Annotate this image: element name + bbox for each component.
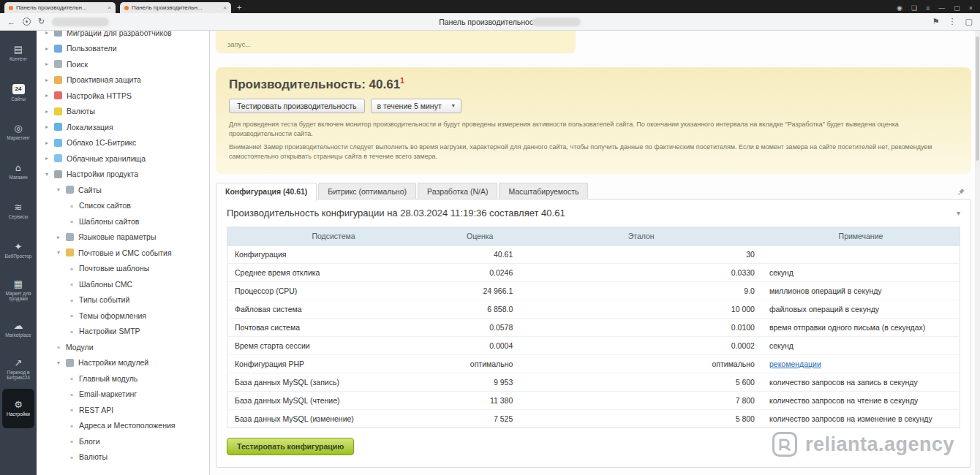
expand-icon[interactable]: ▸	[45, 61, 54, 67]
cell-note: количество запросов на запись в секунду	[762, 373, 960, 392]
tree-item[interactable]: ▸Облако 1С-Битрикс	[37, 135, 209, 151]
rail-item-label: Контент	[10, 56, 27, 61]
collapse-icon[interactable]: ▾	[57, 249, 66, 256]
address-pill-redacted[interactable]	[52, 18, 109, 26]
tree-item[interactable]: ▸Локализация	[37, 119, 209, 135]
cell-note: файловых операций в секунду	[762, 300, 960, 319]
tab-close-icon[interactable]: ×	[223, 4, 227, 11]
panel-icon[interactable]: ▢	[965, 17, 973, 26]
market-icon: ▦	[14, 279, 23, 289]
tree-item[interactable]: ▪Модули	[37, 339, 209, 355]
tree-item-label: Облачные хранилища	[67, 154, 146, 163]
expand-icon[interactable]: ▸	[45, 31, 54, 36]
tree-item[interactable]: ▸Пользователи	[37, 41, 209, 57]
browser-tab-2[interactable]: Панель производительн... ×	[120, 2, 231, 13]
tree-item[interactable]: ▪Типы событий	[37, 292, 209, 308]
menu-icon[interactable]: ≡	[926, 4, 930, 12]
expand-icon[interactable]: ▸	[45, 140, 54, 146]
tree-item-label: Email-маркетинг	[79, 390, 137, 398]
tree-item-label: Типы событий	[79, 295, 129, 304]
rail-item-marketplace[interactable]: ☁Marketplace	[2, 310, 34, 349]
tree-item[interactable]: ▪Настройки SMTP	[37, 324, 209, 340]
expand-icon[interactable]: ▸	[45, 123, 54, 130]
table-header: Примечание	[762, 227, 960, 246]
tree-item[interactable]: ▪Шаблоны сайтов	[37, 213, 209, 229]
tab-config[interactable]: Конфигурация (40.61)	[216, 183, 317, 201]
test-configuration-button[interactable]: Тестировать конфигурацию	[227, 438, 354, 455]
eye-icon[interactable]: ◉	[897, 4, 902, 12]
tree-item[interactable]: ▪Темы оформления	[37, 308, 209, 324]
folder-icon	[54, 91, 62, 99]
tree-item[interactable]: ▪Блоги	[37, 433, 209, 449]
collapse-icon[interactable]: ▾	[57, 360, 66, 366]
tree-item[interactable]: ▪REST API	[37, 402, 209, 418]
refresh-icon[interactable]: ↻	[38, 17, 45, 26]
tree-item[interactable]: ▸Валюты	[37, 104, 209, 120]
folder-icon	[54, 170, 62, 178]
cell-subsystem: База данных MySQL (изменение)	[227, 410, 440, 428]
rail-item-settings[interactable]: ⚙Настройки	[2, 389, 34, 428]
recommendations-link[interactable]: рекомендации	[769, 360, 821, 368]
interval-select[interactable]: в течение 5 минут ▾	[371, 99, 461, 113]
tree-item-label: Настройки SMTP	[79, 327, 140, 335]
collapse-icon[interactable]: ▾	[45, 171, 54, 178]
cell-note: секунд	[762, 264, 960, 282]
rail-item-marketing[interactable]: ◎Маркетинг	[2, 113, 34, 152]
tree-item[interactable]: ▸Поиск	[37, 56, 209, 72]
tree-item[interactable]: ▾Сайты	[37, 182, 209, 198]
new-tab-button[interactable]: +	[237, 3, 241, 12]
rail-item-sites[interactable]: 24Сайты	[2, 73, 34, 113]
bookmark-icon[interactable]: ⚑	[932, 17, 940, 26]
test-performance-button[interactable]: Тестировать производительность	[229, 99, 365, 113]
collapse-icon[interactable]: ▾	[957, 209, 960, 217]
rail-item-shop[interactable]: ⌂Магазин	[2, 152, 34, 191]
tree-item-label: Шаблоны сайтов	[79, 217, 139, 226]
expand-icon[interactable]: ▸	[45, 77, 54, 83]
performance-description-2: Внимание! Замер производительности следу…	[229, 142, 958, 162]
expand-icon[interactable]: ▸	[57, 234, 66, 240]
kebab-icon[interactable]: ⋮	[949, 17, 957, 26]
watermark-text: relianta.agency	[805, 433, 954, 456]
tab-close-icon[interactable]: ×	[108, 4, 111, 11]
tree-item[interactable]: ▪Адреса и Местоположения	[37, 418, 209, 434]
tree-item[interactable]: ▪Email-маркетинг	[37, 387, 209, 403]
tree-item[interactable]: ▪Валюты	[37, 449, 209, 466]
scrollbar-thumb[interactable]	[976, 37, 979, 161]
pin-icon[interactable]	[957, 186, 965, 199]
rail-item-bitrix24[interactable]: ↗Переход в Битрикс24	[2, 349, 34, 389]
vertical-scrollbar[interactable]	[975, 31, 980, 475]
tree-item[interactable]: ▪Почтовые шаблоны	[37, 261, 209, 277]
expand-icon[interactable]: ▸	[45, 108, 54, 115]
close-button[interactable]: ×	[969, 4, 973, 12]
tree-item[interactable]: ▾Почтовые и СМС события	[37, 245, 209, 261]
tree-item[interactable]: ▸Языковые параметры	[37, 229, 209, 246]
expand-icon[interactable]: ▸	[45, 45, 54, 52]
chevron-down-icon: ▾	[452, 102, 455, 109]
bitrix24-icon: ↗	[15, 358, 23, 368]
rail-item-services[interactable]: ≋Сервисы	[2, 191, 34, 231]
minimize-button[interactable]: —	[938, 4, 945, 12]
bullet-icon: ▪	[70, 281, 79, 286]
rail-item-webprostor[interactable]: ✦ВебПростор	[2, 231, 34, 270]
windows-icon[interactable]: ❏	[911, 4, 917, 12]
back-icon[interactable]: ←	[7, 18, 15, 26]
tree-item[interactable]: ▸Миграции для разработчиков	[37, 31, 209, 41]
tree-item[interactable]: ▾Настройки модулей	[37, 355, 209, 371]
tree-item[interactable]: ▾Настройки продукта	[37, 167, 209, 183]
expand-icon[interactable]: ▸	[45, 92, 54, 99]
rail-item-market[interactable]: ▦Маркет для продажи	[2, 270, 34, 310]
folder-icon	[66, 359, 74, 367]
tree-item[interactable]: ▸Облачные хранилища	[37, 151, 209, 167]
expand-icon[interactable]: ▸	[45, 155, 54, 162]
tree-item[interactable]: ▪Список сайтов	[37, 198, 209, 214]
tree-item[interactable]: ▪Главный модуль	[37, 370, 209, 387]
maximize-button[interactable]: ▢	[954, 4, 960, 12]
tree-item[interactable]: ▪Шаблоны СМС	[37, 276, 209, 292]
browser-tab-1[interactable]: Панель производительн... ×	[4, 2, 116, 13]
tree-item[interactable]: ▸Проактивная защита	[37, 72, 209, 88]
tree-item[interactable]: ▸Настройка HTTPS	[37, 88, 209, 104]
rail-item-content[interactable]: ▤Контент	[2, 34, 34, 73]
collapse-icon[interactable]: ▾	[57, 186, 66, 193]
profile-icon[interactable]	[23, 18, 31, 26]
bullet-icon: ▪	[70, 329, 79, 334]
